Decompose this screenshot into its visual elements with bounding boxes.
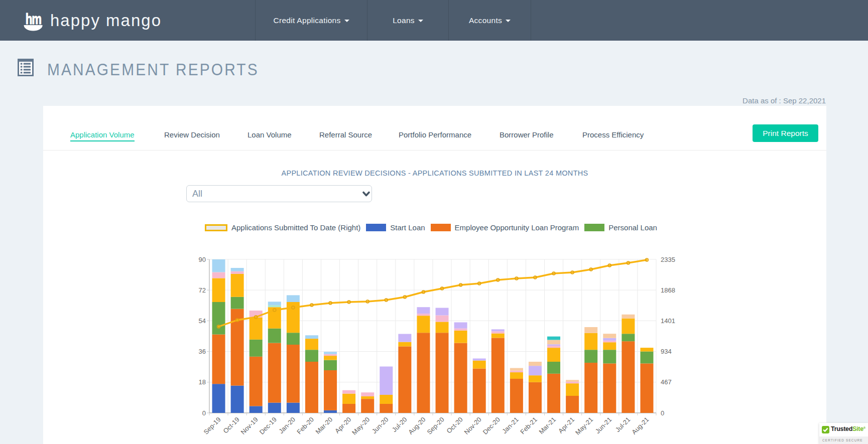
svg-text:Jan-21: Jan-21: [501, 416, 520, 435]
svg-text:May-20: May-20: [350, 416, 371, 436]
svg-text:Aug-20: Aug-20: [407, 416, 427, 436]
svg-text:Feb-21: Feb-21: [519, 416, 539, 436]
svg-text:54: 54: [199, 317, 206, 325]
svg-text:Dec-20: Dec-20: [481, 416, 502, 436]
svg-text:467: 467: [661, 378, 672, 386]
svg-text:0: 0: [661, 409, 664, 417]
svg-text:May-21: May-21: [574, 416, 594, 436]
svg-text:Sep-20: Sep-20: [425, 416, 445, 436]
svg-text:2335: 2335: [661, 256, 675, 263]
svg-text:Oct-19: Oct-19: [222, 416, 241, 435]
svg-text:934: 934: [661, 348, 672, 355]
svg-text:Apr-20: Apr-20: [333, 416, 352, 435]
svg-text:0: 0: [202, 409, 206, 417]
svg-text:90: 90: [199, 256, 206, 263]
svg-text:hm: hm: [26, 11, 41, 28]
svg-text:Nov-20: Nov-20: [463, 416, 483, 436]
svg-text:Nov-19: Nov-19: [239, 416, 260, 436]
svg-text:Mar-21: Mar-21: [537, 416, 557, 436]
svg-text:1868: 1868: [661, 286, 675, 294]
svg-text:Oct-20: Oct-20: [445, 416, 464, 435]
svg-text:Jul-20: Jul-20: [391, 416, 409, 434]
svg-text:72: 72: [199, 286, 206, 294]
svg-text:Apr-21: Apr-21: [557, 416, 576, 435]
svg-text:18: 18: [199, 378, 206, 386]
svg-text:Jun-21: Jun-21: [594, 416, 613, 435]
svg-text:Jul-21: Jul-21: [614, 416, 632, 434]
svg-text:Jun-20: Jun-20: [370, 416, 390, 435]
svg-text:1401: 1401: [661, 317, 675, 325]
svg-text:Mar-20: Mar-20: [314, 416, 334, 436]
svg-text:36: 36: [199, 348, 206, 355]
svg-text:Jan-20: Jan-20: [277, 416, 297, 435]
svg-text:Feb-20: Feb-20: [295, 416, 315, 436]
svg-text:Dec-19: Dec-19: [258, 416, 278, 436]
svg-text:Aug-21: Aug-21: [630, 416, 650, 436]
svg-text:Sep-19: Sep-19: [202, 416, 222, 436]
